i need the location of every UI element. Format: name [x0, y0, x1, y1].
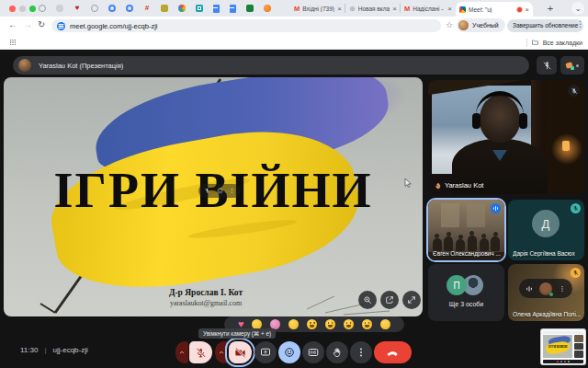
reaction-icon[interactable] — [217, 188, 223, 194]
smiley-icon — [284, 347, 295, 358]
site-info-icon[interactable] — [57, 22, 65, 30]
tab-gmail-inbox[interactable]: M Вхідні (739) - × — [290, 0, 345, 17]
zoom-in-button[interactable] — [358, 291, 377, 309]
back-button[interactable]: ← — [8, 19, 17, 29]
pinned-tab-dot-icon[interactable] — [56, 5, 63, 12]
open-in-new-icon — [385, 295, 394, 305]
tab-new-tab[interactable]: ⊕ Новая вкладк × — [345, 0, 401, 17]
participant-name-label: Олена Аркадіївна Полі... — [513, 311, 581, 317]
tile-hover-controls[interactable] — [519, 279, 572, 298]
pinned-tab-teal-icon[interactable] — [196, 5, 203, 12]
window-maximize-button[interactable] — [29, 6, 36, 12]
pinned-tab-doc-icon[interactable] — [213, 5, 220, 13]
pinned-tab-square-icon[interactable] — [161, 5, 168, 12]
update-button[interactable]: Завершить обновление — [507, 19, 583, 32]
leave-call-button[interactable] — [374, 341, 412, 363]
more-options-icon — [356, 347, 367, 358]
lamp — [562, 141, 570, 151]
tab-meet-active[interactable]: Meet: "uj × — [456, 2, 533, 17]
open-in-new-button[interactable] — [380, 291, 399, 309]
mini-stage: ІГРИ ВІЙНИ — [543, 335, 572, 358]
participant-tile[interactable]: Д Дарія Сергіївна Васюх — [508, 200, 584, 260]
mic-toggle-button[interactable] — [189, 341, 212, 363]
pinned-tab-multicolor-icon[interactable] — [178, 5, 186, 12]
raise-hand-button[interactable] — [326, 341, 348, 363]
pinned-tab-heart-icon[interactable]: ♥ — [74, 5, 81, 12]
bookmark-star-icon[interactable]: ☆ — [446, 20, 453, 29]
pin-off-icon[interactable] — [204, 188, 210, 194]
end-call-icon — [387, 347, 399, 359]
participant-tile[interactable]: Євген Олександрович ... — [428, 200, 504, 260]
folder-icon — [531, 39, 539, 46]
more-options-icon[interactable] — [229, 188, 235, 194]
window-close-button[interactable] — [9, 6, 16, 12]
forward-button[interactable]: → — [23, 19, 32, 29]
reaction-surprised-face[interactable] — [325, 319, 335, 329]
profile-chip[interactable]: Учебный — [457, 18, 505, 32]
new-tab-button[interactable]: + — [544, 2, 557, 15]
reactions-button[interactable] — [278, 341, 300, 363]
camera-options-button[interactable] — [215, 341, 228, 363]
browser-menu-icon[interactable]: ⋮ — [576, 19, 584, 29]
close-tab-icon[interactable]: × — [392, 5, 397, 13]
pinned-tab-globe-icon[interactable] — [91, 5, 98, 12]
reaction-thumbs-down[interactable] — [380, 319, 390, 329]
close-tab-icon[interactable]: × — [447, 5, 452, 13]
meeting-info: 11:30 | ujj-ecqb-zji — [20, 346, 88, 354]
effects-button[interactable] — [560, 56, 584, 75]
fullscreen-button[interactable] — [402, 291, 421, 309]
clock: 11:30 — [20, 346, 38, 354]
mini-preview-window[interactable]: ІГРИ ВІЙНИ — [541, 329, 585, 364]
camera-toggle-button[interactable] — [229, 341, 252, 363]
presentation-stage[interactable]: ІГРИ ВІЙНИ Д-р Ярослав І. Кот yaraslauko… — [4, 77, 423, 316]
url-text[interactable]: meet.google.com/ujj-ecqb-zji — [70, 22, 157, 30]
reaction-thinking-face[interactable] — [362, 319, 372, 329]
mic-off-icon — [572, 205, 579, 212]
reaction-crying-face[interactable] — [344, 319, 354, 329]
mic-off-icon — [571, 87, 578, 95]
classroom-people — [430, 236, 503, 251]
participant-tile-main[interactable]: Yaraslau Kot — [428, 80, 584, 194]
address-bar[interactable]: meet.google.com/ujj-ecqb-zji — [51, 19, 441, 32]
overflow-participants-tile[interactable]: П Ще 3 особи — [428, 264, 504, 321]
window-minimize-button[interactable] — [19, 6, 26, 12]
reaction-clapping-hands[interactable] — [288, 319, 299, 329]
pinned-tab-sheet-icon[interactable] — [246, 5, 254, 12]
reaction-tears-of-joy[interactable] — [307, 319, 317, 329]
pinned-tab-ring-icon[interactable] — [108, 5, 116, 12]
close-tab-icon[interactable]: × — [525, 6, 529, 14]
tile-hover-controls[interactable] — [198, 184, 241, 198]
avatar[interactable] — [539, 282, 552, 295]
avatar — [18, 59, 31, 72]
pinned-tab-hash-icon[interactable]: # — [143, 5, 151, 12]
magnifier-plus-icon — [363, 295, 372, 305]
presenter-bar[interactable]: Yaraslau Kot (Презентація) — [13, 56, 529, 75]
participant-name-label: Yaraslau Kot — [435, 181, 483, 190]
presenter-label: Yaraslau Kot (Презентація) — [39, 62, 123, 70]
apps-grid-icon[interactable] — [9, 39, 17, 46]
present-button[interactable] — [254, 341, 277, 363]
fullscreen-icon — [407, 295, 416, 305]
pinned-tab-globe-icon[interactable] — [39, 5, 46, 12]
pinned-tab-doc-icon[interactable] — [230, 5, 236, 13]
mini-slide-title: ІГРИ ВІЙНИ — [548, 345, 567, 349]
reload-button[interactable]: ↻ — [38, 19, 45, 29]
more-options-button[interactable] — [350, 341, 372, 363]
close-tab-icon[interactable]: × — [337, 5, 342, 13]
avatar: Д — [532, 210, 560, 237]
meet-app: Yaraslau Kot (Презентація) ІГРИ ВІЙНИ — [0, 50, 588, 368]
more-options-icon[interactable] — [559, 285, 566, 293]
all-bookmarks[interactable]: Все закладки — [526, 35, 582, 50]
participant-tile[interactable]: Олена Аркадіївна Полі... — [508, 264, 584, 321]
unpin-button[interactable] — [537, 56, 557, 75]
tab-search-chevron-icon[interactable]: ⌄ — [571, 2, 584, 15]
chevron-up-icon — [218, 349, 225, 356]
pinned-tab-ring-icon[interactable] — [126, 5, 133, 12]
captions-button[interactable] — [302, 341, 324, 363]
participant-name-label: Дарія Сергіївна Васюх — [513, 250, 575, 257]
mic-options-button[interactable] — [175, 341, 188, 363]
tab-gmail-sent[interactable]: M Надіслані - п × — [401, 0, 456, 17]
audio-bars-icon[interactable] — [526, 285, 533, 293]
raised-hand-icon — [332, 347, 343, 358]
pinned-tab-orange-icon[interactable] — [264, 5, 271, 12]
